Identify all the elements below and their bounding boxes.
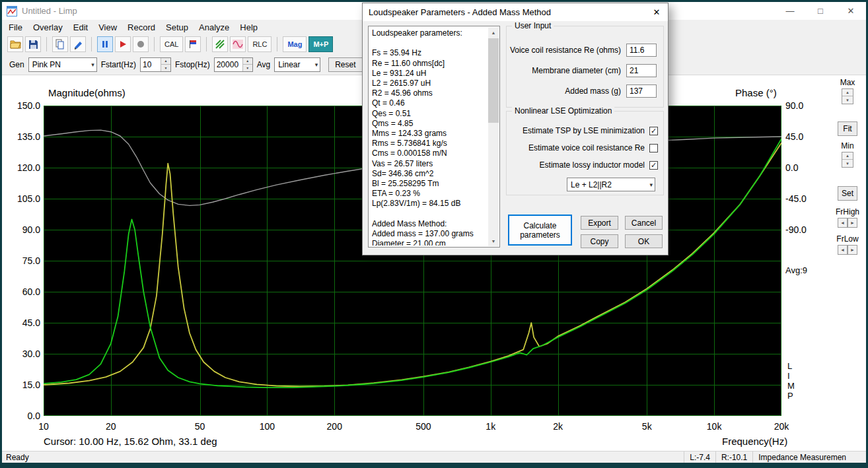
scroll-thumb[interactable] [488, 38, 499, 123]
scroll-down-icon[interactable]: ▼ [488, 236, 499, 246]
generator-select[interactable]: Pink PN ▾ [28, 57, 97, 72]
checkbox-checked[interactable]: ✓ [649, 161, 658, 170]
menu-record[interactable]: Record [122, 21, 161, 34]
copy-params-button[interactable]: Copy [581, 234, 618, 248]
menu-edit[interactable]: Edit [68, 21, 93, 34]
stop-circle-icon [135, 39, 146, 50]
scroll-up-icon[interactable]: ▲ [488, 27, 499, 38]
fstart-down-icon[interactable]: ▼ [161, 65, 170, 71]
min-down-icon[interactable]: ▼ [842, 160, 853, 167]
avg-indicator: Avg:9 [785, 265, 807, 275]
dialog-titlebar[interactable]: Loudspeaker Parameters - Added Mass Meth… [363, 3, 668, 21]
menu-analyze[interactable]: Analyze [194, 21, 235, 34]
calculate-parameters-button[interactable]: Calculate parameters [508, 215, 572, 246]
frhigh-left-icon[interactable]: ◄ [838, 218, 848, 228]
close-button[interactable]: ✕ [836, 2, 866, 20]
fstart-up-icon[interactable]: ▲ [161, 58, 170, 65]
max-label: Max [840, 78, 855, 87]
frhigh-label: FrHigh [836, 207, 859, 217]
set-button[interactable]: Set [838, 186, 857, 201]
fit-button[interactable]: Fit [838, 121, 857, 136]
parameters-box[interactable]: Loudspeaker parameters: Fs = 35.94 HzRe … [368, 26, 500, 248]
x-tick: 200 [327, 421, 342, 432]
frlow-spinner: ◄ ► [838, 245, 857, 255]
x-tick: 20k [774, 421, 789, 432]
field-input-1[interactable] [626, 64, 657, 77]
pause-button[interactable] [97, 36, 113, 52]
avg-select[interactable]: Linear ▾ [274, 57, 320, 72]
marker-button[interactable] [70, 36, 86, 52]
stop-button[interactable] [133, 36, 149, 52]
field-input-0[interactable] [626, 44, 657, 57]
status-right-level: R:-10.1 [715, 451, 752, 463]
parameter-line: Qms = 4.85 [372, 119, 488, 129]
user-input-fields: Voice coil resistance Re (ohms)Membrane … [507, 44, 663, 98]
parameter-line: Sd= 346.36 cm^2 [372, 169, 488, 179]
spectrum-button[interactable] [212, 36, 228, 52]
max-up-icon[interactable]: ▲ [842, 89, 853, 96]
maximize-button[interactable]: □ [805, 2, 836, 20]
signal-generator-button[interactable] [230, 36, 246, 52]
checkbox-checked[interactable]: ✓ [649, 127, 658, 135]
menu-setup[interactable]: Setup [161, 21, 194, 34]
parameter-line: Cms = 0.000158 m/N [372, 149, 488, 158]
rlc-button[interactable]: RLC [248, 36, 271, 52]
copy-icon [55, 39, 65, 50]
x-tick: 10k [707, 421, 722, 432]
save-floppy-icon [28, 40, 38, 50]
app-icon [7, 6, 17, 17]
ok-button[interactable]: OK [625, 234, 663, 248]
menu-help[interactable]: Help [235, 21, 263, 34]
parameter-line: Re = 11.60 ohms[dc] [372, 59, 488, 69]
fstart-input[interactable] [141, 58, 161, 71]
menu-file[interactable]: File [3, 21, 28, 34]
frlow-left-icon[interactable]: ◄ [838, 245, 848, 255]
status-ready: Ready [2, 453, 29, 462]
copy-button[interactable] [52, 36, 68, 52]
magnitude-phase-view-button[interactable]: M+P [308, 36, 333, 52]
magnitude-view-button[interactable]: Mag [283, 36, 307, 52]
check-label: Estimate voice coil resistance Re [528, 143, 645, 152]
parameters-text: Loudspeaker parameters: Fs = 35.94 HzRe … [372, 28, 488, 246]
status-cells: L:-7.4 R:-10.1 Impedance Measuremen [684, 451, 851, 463]
fstop-input[interactable] [215, 58, 242, 71]
reset-button[interactable]: Reset [328, 57, 362, 72]
x-tick: 10 [38, 421, 49, 432]
checkbox-unchecked[interactable] [649, 144, 658, 152]
marker-pen-icon [73, 40, 83, 50]
flag-button[interactable] [185, 36, 201, 52]
cancel-button[interactable]: Cancel [625, 216, 663, 230]
frhigh-right-icon[interactable]: ► [848, 218, 857, 228]
user-input-group-title: User Input [512, 21, 554, 30]
minimize-button[interactable]: — [775, 2, 805, 20]
x-tick: 50 [195, 421, 205, 432]
status-left-level: L:-7.4 [684, 451, 715, 463]
inductor-model-select[interactable]: Le + L2||R2 ▾ [567, 178, 655, 191]
export-button[interactable]: Export [581, 216, 618, 230]
frlow-right-icon[interactable]: ► [848, 245, 857, 255]
cursor-readout: Cursor: 10.00 Hz, 15.62 Ohm, 33.1 deg [44, 436, 217, 447]
cal-button[interactable]: CAL [160, 36, 183, 52]
field-input-2[interactable] [626, 84, 657, 98]
x-tick: 1k [486, 421, 495, 432]
parameter-line: Vas = 26.57 liters [372, 159, 488, 169]
menu-view[interactable]: View [93, 21, 122, 34]
save-button[interactable] [25, 36, 41, 52]
min-up-icon[interactable]: ▲ [842, 152, 853, 160]
y-left-tick: 120.0 [2, 162, 40, 173]
sine-wave-icon [233, 39, 243, 50]
generator-value: Pink PN [32, 60, 61, 69]
gen-label: Gen [9, 60, 24, 69]
max-down-icon[interactable]: ▼ [842, 96, 853, 104]
dialog-close-button[interactable]: ✕ [645, 3, 668, 21]
fstop-down-icon[interactable]: ▼ [243, 65, 252, 71]
fstart-label: Fstart(Hz) [101, 60, 136, 69]
record-play-icon [118, 39, 128, 50]
y-left-tick: 90.0 [2, 224, 40, 235]
open-button[interactable] [7, 36, 23, 52]
record-button[interactable] [115, 36, 131, 52]
right-axis-title: Phase (°) [735, 87, 777, 98]
fstop-up-icon[interactable]: ▲ [243, 58, 252, 65]
menu-overlay[interactable]: Overlay [28, 21, 68, 34]
parameters-scrollbar[interactable]: ▲ ▼ [488, 27, 499, 246]
